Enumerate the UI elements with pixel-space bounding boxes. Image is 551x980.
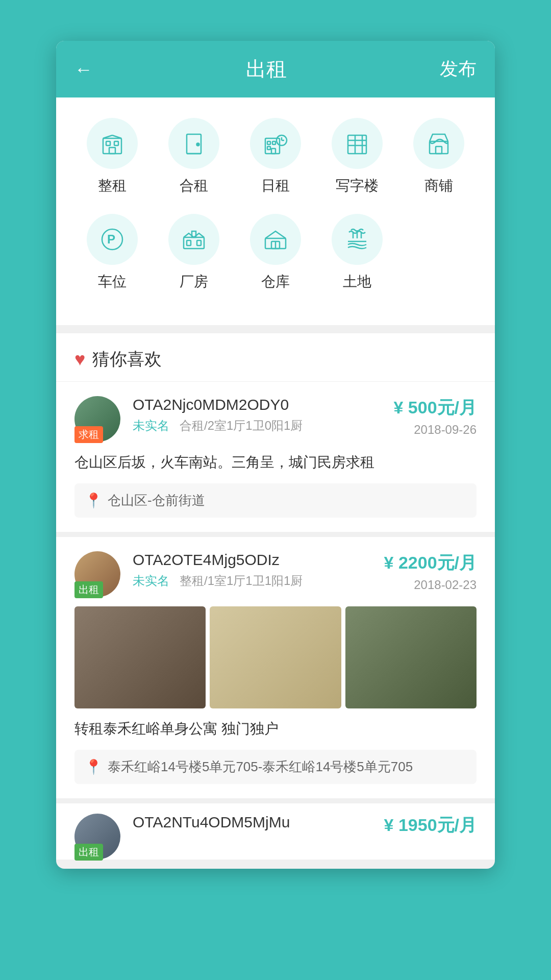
svg-rect-3 <box>109 148 115 154</box>
listing-name-3: OTA2NTu4ODM5MjMu <box>133 814 384 831</box>
factory-icon <box>181 226 207 253</box>
page-title: 出租 <box>246 55 287 83</box>
listing-card-3-partial[interactable]: 出租 OTA2NTu4ODM5MjMu ¥ 1950元/月 <box>56 803 495 860</box>
listing-price-1: ¥ 500元/月 <box>393 396 477 420</box>
svg-rect-28 <box>197 240 201 246</box>
category-tudi[interactable]: 土地 <box>324 214 390 291</box>
category-cangku[interactable]: 仓库 <box>242 214 309 291</box>
badge-1: 求租 <box>74 426 103 443</box>
avatar-wrap-3: 出租 <box>74 814 120 860</box>
listing-info-1: OTA2Njc0MDM2ODY0 未实名 合租/2室1厅1卫0阳1厨 <box>133 396 393 434</box>
listing-name-2: OTA2OTE4Mjg5ODIz <box>133 551 384 569</box>
category-hezi[interactable]: 合租 <box>161 118 227 195</box>
photo-2 <box>210 606 341 708</box>
rizu-label: 日租 <box>261 176 290 195</box>
publish-button[interactable]: 发布 <box>440 57 477 82</box>
building-clock-icon <box>262 130 289 157</box>
shangpu-label: 商铺 <box>424 176 453 195</box>
category-changfang[interactable]: 厂房 <box>161 214 227 291</box>
photo-3 <box>345 606 477 708</box>
listing-info-3: OTA2NTu4ODM5MjMu <box>133 814 384 835</box>
office-icon <box>344 130 370 157</box>
avatar-wrap-1: 求租 <box>74 396 120 442</box>
svg-rect-27 <box>187 240 191 246</box>
chewei-label: 车位 <box>98 272 127 291</box>
category-section: 整租 合租 <box>56 97 495 325</box>
svg-rect-2 <box>114 141 118 145</box>
parking-icon: P <box>99 226 126 253</box>
shangpu-icon-circle <box>413 118 464 169</box>
hezi-label: 合租 <box>180 176 208 195</box>
category-xiezilou[interactable]: 写字楼 <box>324 118 390 195</box>
changfang-icon-circle <box>168 214 219 265</box>
building-icon <box>99 130 126 157</box>
listing-card-1[interactable]: 求租 OTA2Njc0MDM2ODY0 未实名 合租/2室1厅1卫0阳1厨 ¥ … <box>56 382 495 537</box>
badge-3: 出租 <box>74 844 103 861</box>
listing-type-2: 整租/1室1厅1卫1阳1厨 <box>180 573 303 589</box>
chewei-icon-circle: P <box>87 214 138 265</box>
listing-price-3: ¥ 1950元/月 <box>384 814 477 837</box>
listing-meta-2: 未实名 整租/1室1厅1卫1阳1厨 <box>133 573 384 589</box>
listing-date-1: 2018-09-26 <box>393 423 477 437</box>
listing-desc-1: 仓山区后坂，火车南站。三角呈，城门民房求租 <box>74 451 477 474</box>
listing-desc-2: 转租泰禾红峪单身公寓 独门独户 <box>74 718 477 741</box>
listing-date-2: 2018-02-23 <box>384 578 477 592</box>
location-text-1: 仓山区-仓前街道 <box>108 492 205 509</box>
listing-card-2[interactable]: 出租 OTA2OTE4Mjg5ODIz 未实名 整租/1室1厅1卫1阳1厨 ¥ … <box>56 537 495 803</box>
badge-2: 出租 <box>74 581 103 598</box>
changfang-label: 厂房 <box>180 272 208 291</box>
photo-1 <box>74 606 206 708</box>
heart-icon: ♥ <box>74 349 85 370</box>
xiezilou-label: 写字楼 <box>336 176 379 195</box>
listing-top-1: 求租 OTA2Njc0MDM2ODY0 未实名 合租/2室1厅1卫0阳1厨 ¥ … <box>74 396 477 442</box>
listing-location-1: 📍 仓山区-仓前街道 <box>74 483 477 518</box>
svg-rect-10 <box>267 141 270 144</box>
category-row-2: P 车位 厂房 <box>71 214 480 291</box>
back-button[interactable]: ← <box>74 59 93 80</box>
svg-rect-23 <box>436 146 442 154</box>
cangku-label: 仓库 <box>261 272 290 291</box>
header: ← 出租 发布 <box>56 41 495 97</box>
unverified-1: 未实名 <box>133 418 169 434</box>
door-icon <box>181 130 207 157</box>
svg-rect-11 <box>272 141 276 144</box>
location-icon-2: 📍 <box>85 758 103 775</box>
svg-rect-0 <box>103 138 121 154</box>
xiezilou-icon-circle <box>332 118 383 169</box>
listing-name-1: OTA2Njc0MDM2ODY0 <box>133 396 393 413</box>
photo-grid-2 <box>74 606 477 708</box>
warehouse-icon <box>262 226 289 253</box>
rec-header: ♥ 猜你喜欢 <box>56 333 495 382</box>
zhengzu-icon-circle <box>87 118 138 169</box>
listing-info-2: OTA2OTE4Mjg5ODIz 未实名 整租/1室1厅1卫1阳1厨 <box>133 551 384 589</box>
price-block-2: ¥ 2200元/月 2018-02-23 <box>384 551 477 592</box>
category-rizu[interactable]: 日租 <box>242 118 309 195</box>
svg-point-7 <box>197 143 199 146</box>
rizu-icon-circle <box>250 118 301 169</box>
svg-rect-17 <box>348 135 366 154</box>
category-shangpu[interactable]: 商铺 <box>406 118 472 195</box>
app-container: ← 出租 发布 整租 <box>56 41 495 869</box>
zhengzu-label: 整租 <box>98 176 127 195</box>
shop-icon <box>425 130 452 157</box>
location-text-2: 泰禾红峪14号楼5单元705-泰禾红峪14号楼5单元705 <box>108 758 413 776</box>
listing-meta-1: 未实名 合租/2室1厅1卫0阳1厨 <box>133 418 393 434</box>
category-row-1: 整租 合租 <box>71 118 480 195</box>
avatar-wrap-2: 出租 <box>74 551 120 597</box>
tudi-label: 土地 <box>343 272 371 291</box>
price-block-1: ¥ 500元/月 2018-09-26 <box>393 396 477 437</box>
category-zhengzu[interactable]: 整租 <box>79 118 145 195</box>
svg-rect-16 <box>271 149 276 154</box>
listing-top-2: 出租 OTA2OTE4Mjg5ODIz 未实名 整租/1室1厅1卫1阳1厨 ¥ … <box>74 551 477 597</box>
listing-location-2: 📍 泰禾红峪14号楼5单元705-泰禾红峪14号楼5单元705 <box>74 750 477 784</box>
svg-text:P: P <box>107 232 115 246</box>
rec-title: 猜你喜欢 <box>92 348 162 371</box>
cangku-icon-circle <box>250 214 301 265</box>
svg-rect-29 <box>192 231 196 237</box>
svg-rect-12 <box>267 146 270 150</box>
category-chewei[interactable]: P 车位 <box>79 214 145 291</box>
land-icon <box>344 226 370 253</box>
tudi-icon-circle <box>332 214 383 265</box>
hezi-icon-circle <box>168 118 219 169</box>
svg-rect-1 <box>106 141 110 145</box>
